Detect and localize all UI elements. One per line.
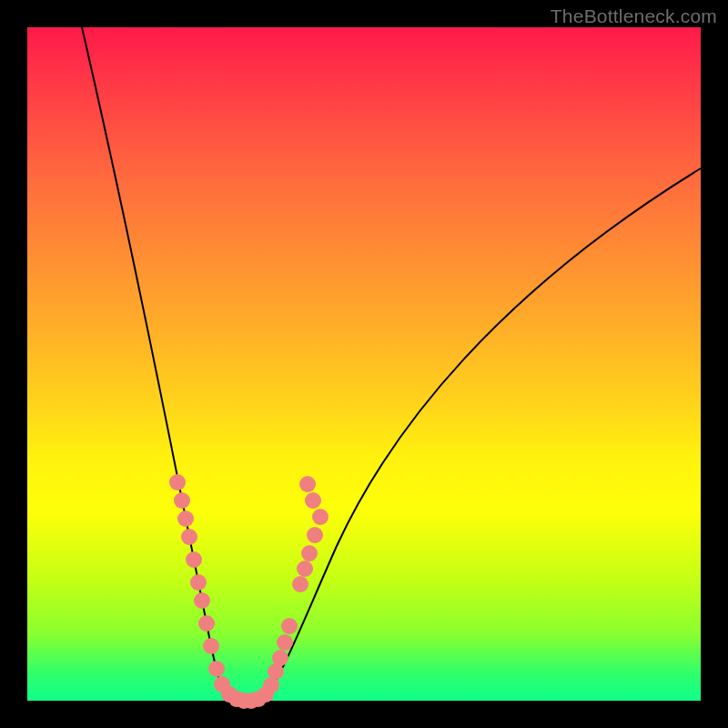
marker-dot [272, 650, 288, 666]
marker-dot [299, 476, 316, 492]
marker-dot [297, 561, 313, 577]
marker-dot [169, 474, 186, 490]
marker-dot [312, 509, 329, 525]
marker-dot [307, 527, 323, 543]
marker-dot [194, 592, 210, 609]
marker-dot [186, 551, 202, 568]
chart-overlay-svg [27, 27, 701, 701]
bottleneck-curve-right [262, 168, 701, 699]
marker-dot [277, 634, 293, 651]
marker-dot [305, 492, 321, 509]
marker-dot [203, 638, 219, 654]
marker-dots [169, 474, 329, 709]
marker-dot [177, 511, 194, 527]
marker-dot [198, 615, 215, 632]
marker-dot [190, 574, 207, 591]
marker-dot [301, 545, 318, 561]
watermark-text: TheBottleneck.com [551, 5, 717, 27]
marker-dot [174, 492, 190, 509]
marker-dot [208, 661, 225, 677]
chart-stage: TheBottleneck.com [0, 0, 728, 728]
marker-dot [292, 576, 308, 592]
marker-dot [281, 618, 298, 634]
marker-dot [181, 529, 197, 545]
